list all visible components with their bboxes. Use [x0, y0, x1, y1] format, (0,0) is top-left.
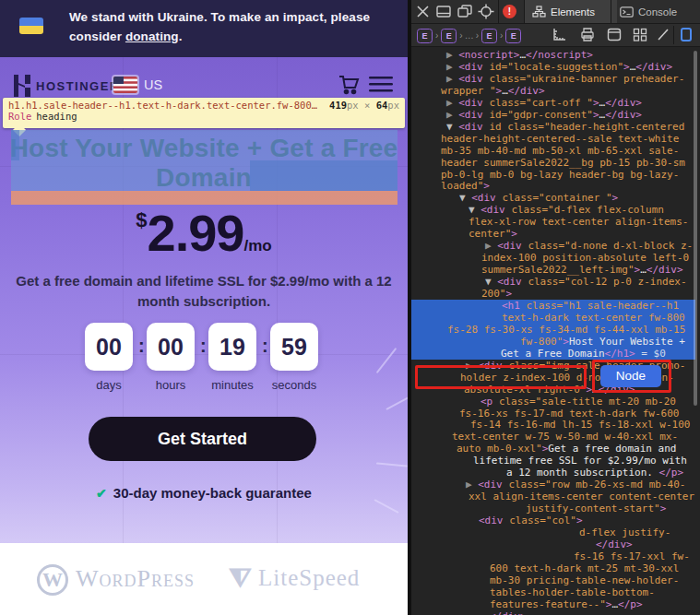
frame-icon[interactable]	[606, 27, 623, 42]
tree-row[interactable]: </div>	[411, 610, 695, 615]
tree-row[interactable]: fs-14 fs-16-md lh-15 fs-18-xxl w-100	[411, 419, 695, 431]
countdown-label: seconds	[270, 378, 318, 392]
countdown-colon: :	[200, 336, 207, 357]
tree-row[interactable]: ▶ <div class="cart-off ">…</div>	[411, 97, 695, 109]
context-menu-node-item[interactable]: Node	[600, 365, 661, 387]
tree-row[interactable]: ▶ <div class="row mb-26-xs-md mb-40-	[411, 479, 695, 491]
tree-row[interactable]: fs-28 fs-30-xs fs-34-md fs-44-xxl mb-15	[411, 324, 695, 336]
ray-decoration	[374, 499, 398, 514]
chevron-right-icon: ›	[435, 30, 438, 41]
tree-row[interactable]: </div>	[411, 538, 695, 550]
tree-row[interactable]: ▼ <div id class="header-height-centered	[411, 121, 695, 133]
close-icon[interactable]	[415, 4, 432, 19]
tree-row[interactable]: loaded">	[411, 180, 695, 192]
chevron-right-icon: ›	[476, 30, 479, 41]
tree-row[interactable]: features-feature--">…</p>	[411, 598, 695, 610]
tree-row[interactable]: ▶ <noscript>…</noscript>	[411, 49, 695, 61]
countdown-colon: :	[138, 336, 145, 357]
tree-scrollbar[interactable]	[694, 51, 697, 406]
tree-row[interactable]: fs-16-xs fs-17-md text-h-dark fw-600	[411, 408, 695, 420]
tree-row[interactable]: ▶ <div id="locale-suggestion">…</div>	[411, 61, 695, 73]
donating-link[interactable]: donating	[125, 30, 179, 43]
tree-row[interactable]: text-center w-75 w-50-md w-40-xxl mx-	[411, 431, 695, 443]
us-flag-icon[interactable]	[113, 77, 137, 93]
devtools-toolbar: ! Elements Console	[411, 0, 700, 24]
tree-row[interactable]: center">	[411, 228, 695, 240]
brand-name[interactable]: HOSTINGER	[36, 79, 120, 93]
breadcrumb-element-badge[interactable]: E	[441, 29, 457, 43]
tree-row[interactable]: 200">	[411, 288, 695, 300]
undock-window-icon[interactable]	[457, 4, 473, 19]
wordpress-logo-icon: W	[37, 564, 68, 596]
error-badge[interactable]: !	[503, 5, 516, 18]
tab-console[interactable]: Console	[612, 0, 700, 23]
tree-row[interactable]: lifetime free SSL for $2.99/mo with	[411, 455, 695, 467]
tree-row[interactable]: ▼ <div class="col-12 p-0 z-index-	[411, 276, 695, 288]
tree-row[interactable]: ▶ <div class="d-none d-xl-block z-	[411, 240, 695, 252]
elements-tab-icon	[532, 6, 546, 18]
tree-row[interactable]: pb-0-lg mb-0 bg-lazy header-bg bg-lazy-	[411, 169, 695, 181]
subtitle-line1: Get a free domain and lifetime SSL for $…	[0, 273, 408, 289]
breadcrumb-element-badge[interactable]: E	[417, 29, 433, 43]
tree-row[interactable]: a 12 month subscription. </p>	[411, 467, 695, 479]
countdown-label: minutes	[208, 378, 256, 392]
chevron-right-icon: ›	[500, 30, 503, 41]
guarantee: ✔30-day money-back guarantee	[0, 485, 408, 501]
edit-pencil-icon[interactable]	[655, 27, 671, 42]
tree-row[interactable]: <p class="sale-title mt-20 mb-20	[411, 396, 695, 408]
tree-row[interactable]: fw-800">Host Your Website +	[411, 336, 695, 348]
tree-row[interactable]: wrapper ">…</div>	[411, 85, 695, 97]
print-icon[interactable]	[579, 27, 596, 42]
tree-row[interactable]: d-flex justify-	[411, 526, 695, 538]
tree-row[interactable]: summerSale2022__left-img">…</div>	[411, 264, 695, 276]
page-footer: W WordPress ⧨ LiteSpeed	[0, 543, 408, 615]
ray-decoration	[386, 396, 408, 410]
dock-side-icon[interactable]	[435, 4, 452, 19]
tree-row[interactable]: <div class="col">	[411, 514, 695, 526]
tree-row[interactable]: <h1 class="h1 sale-header--h1	[411, 300, 695, 312]
tooltip-selector: h1.h1.sale-header--h1.text-h-dark.text-c…	[8, 100, 317, 111]
tree-row[interactable]: justify-content-start">	[411, 503, 695, 514]
price-amount: 2.99	[148, 204, 244, 262]
tree-row[interactable]: flex-xl-row text-center align-items-	[411, 216, 695, 228]
tree-row[interactable]: header-height-centered--sale text-white	[411, 133, 695, 145]
screenshot-root: We stand with Ukraine. To make an impact…	[0, 0, 700, 615]
tree-row[interactable]: xxl align-items-center content-center	[411, 491, 695, 503]
tree-row[interactable]: auto mb-0-xxl">Get a free domain and	[411, 443, 695, 455]
tree-row[interactable]: mb-30 pricing-table-new-holder-	[411, 574, 695, 586]
tree-row[interactable]: tables-holder-table-bottom-	[411, 586, 695, 598]
tree-row[interactable]: header summerSale2022__bg pb-15 pb-30-sm	[411, 157, 695, 169]
tree-row[interactable]: ▶ <div class="ukraine-banner preheader-	[411, 73, 695, 85]
cart-icon[interactable]	[338, 75, 360, 95]
countdown-label: hours	[147, 378, 195, 392]
hamburger-menu-icon[interactable]	[369, 77, 393, 93]
tree-row[interactable]: ▼ <div class="d-flex flex-column	[411, 204, 695, 216]
tree-row[interactable]: mb-35 mb-40-md mb-50-xl mb-65-xxl sale-	[411, 145, 695, 157]
country-selector[interactable]: US	[144, 77, 162, 92]
breadcrumb-element-badge[interactable]: E	[505, 29, 521, 43]
ruler-icon[interactable]	[552, 27, 568, 42]
checkmark-icon: ✔	[96, 486, 107, 501]
tree-row[interactable]: Get a Free Domain</h1> = $0	[411, 348, 695, 360]
subtitle-line2: month subscription.	[0, 293, 408, 309]
hostinger-logo-icon[interactable]	[13, 75, 31, 97]
breadcrumb-element-badge[interactable]: E	[481, 29, 497, 43]
tab-elements[interactable]: Elements	[525, 0, 617, 23]
element-picker-icon[interactable]	[478, 4, 494, 19]
get-started-button[interactable]: Get Started	[89, 417, 316, 461]
tooltip-dimensions: 419px × 64px	[329, 100, 399, 111]
tree-row[interactable]: index-100 position-absolute left-0	[411, 252, 695, 264]
tree-row[interactable]: fs-16 fs-17-xxl fw-	[411, 550, 695, 562]
tree-row[interactable]: 600 text-h-dark mt-25 mt-30-xxl	[411, 562, 695, 574]
tree-row[interactable]: ▼ <div class="container ">	[411, 192, 695, 204]
tree-row[interactable]: ▶ <div id="gdpr-consent">…</div>	[411, 109, 695, 121]
device-mode-icon[interactable]	[678, 27, 694, 42]
breadcrumb-ellipsis[interactable]: …	[465, 30, 474, 41]
breadcrumb-bar: E›E›…›E›E	[415, 28, 523, 43]
countdown-value-days: 00	[85, 323, 133, 371]
countdown-colon: :	[262, 336, 268, 357]
grid-overlay-icon[interactable]	[632, 27, 648, 42]
ukraine-banner: We stand with Ukraine. To make an impact…	[0, 0, 408, 57]
devtools-panel: ▶ <noscript>…</noscript>▶ <div id="local…	[411, 0, 700, 615]
tree-row[interactable]: text-h-dark text-center fw-800	[411, 312, 695, 324]
